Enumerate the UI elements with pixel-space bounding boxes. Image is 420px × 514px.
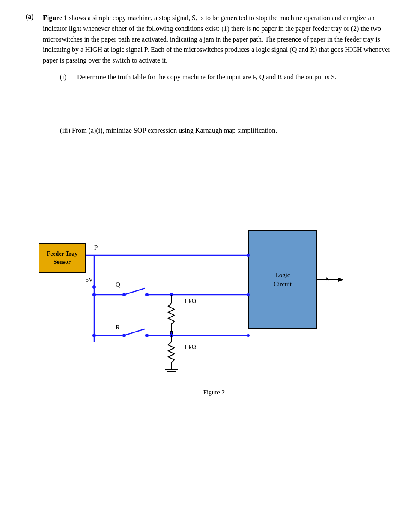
svg-marker-29 [338,278,343,282]
main-content: (a) Figure 1 shows a simple copy machine… [26,13,399,396]
svg-line-14 [124,329,145,335]
spacer-1 [43,87,399,121]
sub-part-i: (i) Determine the truth table for the co… [60,72,399,83]
sub-iii-label: (iii) [60,127,70,134]
part-a-body: shows a simple copy machine, a stop sign… [43,14,390,64]
circuit-diagram: Feeder TraySensor LogicCircuit P Q R 5V … [39,218,390,380]
circuit-svg [39,218,390,380]
svg-line-6 [124,288,145,295]
part-a-text: Figure 1 shows a simple copy machine, a … [43,13,399,136]
sub-part-i-container: (i) Determine the truth table for the co… [60,72,399,83]
spacer-3 [26,179,399,192]
sub-iii-text: From (a)(i), minimize SOP expression usi… [72,127,277,134]
sub-i-label: (i) [60,72,73,83]
spacer-2 [26,145,399,179]
svg-point-33 [247,334,250,337]
part-a-label: (a) [26,13,39,136]
sub-part-iii-container: (iii) From (a)(i), minimize SOP expressi… [60,126,399,136]
svg-point-32 [247,293,250,296]
svg-point-4 [92,293,96,296]
sub-i-text: Determine the truth table for the copy m… [77,72,337,83]
figure-caption: Figure 2 [39,389,390,396]
svg-point-12 [92,334,96,337]
svg-point-31 [247,254,250,257]
part-a: (a) Figure 1 shows a simple copy machine… [26,13,399,136]
figure1-ref: Figure 1 [43,14,67,21]
